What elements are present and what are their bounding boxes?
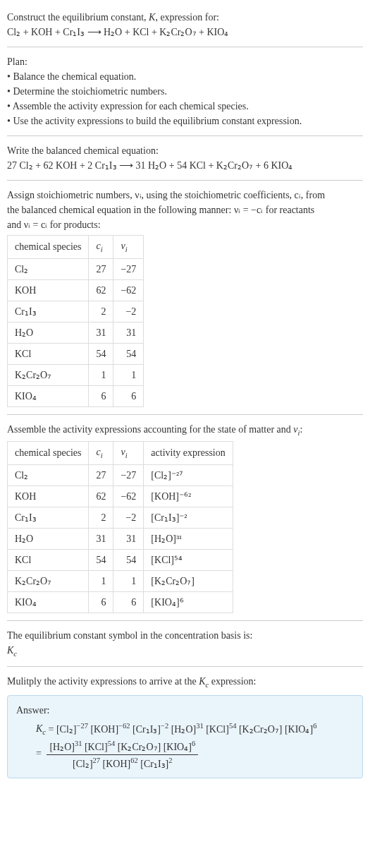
table-row: H₂O3131[H₂O]³¹ <box>8 528 233 549</box>
stoich-table: chemical species ci νi Cl₂27−27 KOH62−62… <box>7 235 144 407</box>
divider <box>7 180 363 181</box>
table-row: Cr₁I₃2−2[Cr₁I₃]⁻² <box>8 507 233 528</box>
activity: Assemble the activity expressions accoun… <box>7 418 363 617</box>
fraction-numerator: [H₂O]31 [KCl]54 [K₂Cr₂O₇] [KIO₄]6 <box>47 738 198 755</box>
symbol-value: Kc <box>7 643 363 660</box>
answer-line1: Kc = [Cl₂]−27 [KOH]−62 [Cr₁I₃]−2 [H₂O]31… <box>16 721 354 738</box>
multiply: Mulitply the activity expressions to arr… <box>7 670 363 783</box>
plan-heading: Plan: <box>7 54 363 69</box>
plan-item: • Determine the stoichiometric numbers. <box>7 84 363 99</box>
balanced-equation: 27 Cl₂ + 62 KOH + 2 Cr₁I₃ ⟶ 31 H₂O + 54 … <box>7 158 363 173</box>
table-header-row: chemical species ci νi activity expressi… <box>8 442 233 465</box>
fraction: [H₂O]31 [KCl]54 [K₂Cr₂O₇] [KIO₄]6 [Cl₂]2… <box>47 738 198 771</box>
assign-text: the balanced chemical equation in the fo… <box>7 203 363 217</box>
plan-item: • Assemble the activity expression for e… <box>7 99 363 114</box>
symbol: The equilibrium constant symbol in the c… <box>7 624 363 664</box>
table-row: K₂Cr₂O₇11[K₂Cr₂O₇] <box>8 570 233 591</box>
col-ci: ci <box>89 236 113 259</box>
intro-line1: Construct the equilibrium constant, K, e… <box>7 10 363 25</box>
col-vi: νi <box>113 236 144 259</box>
assign: Assign stoichiometric numbers, νᵢ, using… <box>7 183 363 411</box>
divider <box>7 47 363 47</box>
assign-text: Assign stoichiometric numbers, νᵢ, using… <box>7 188 363 203</box>
answer-label: Answer: <box>16 703 354 718</box>
col-activity: activity expression <box>144 442 233 465</box>
table-row: KIO₄66 <box>8 385 144 406</box>
activity-table: chemical species ci νi activity expressi… <box>7 441 233 613</box>
plan-item: • Balance the chemical equation. <box>7 69 363 84</box>
table-row: KOH62−62[KOH]⁻⁶² <box>8 486 233 507</box>
answer-line2: = [H₂O]31 [KCl]54 [K₂Cr₂O₇] [KIO₄]6 [Cl₂… <box>16 738 354 771</box>
fraction-denominator: [Cl₂]27 [KOH]62 [Cr₁I₃]2 <box>47 755 198 771</box>
table-row: Cr₁I₃2−2 <box>8 301 144 322</box>
multiply-heading: Mulitply the activity expressions to arr… <box>7 674 363 691</box>
intro-equation: Cl₂ + KOH + Cr₁I₃ ⟶ H₂O + KCl + K₂Cr₂O₇ … <box>7 25 363 40</box>
col-ci: ci <box>89 442 113 465</box>
divider <box>7 414 363 415</box>
col-species: chemical species <box>8 442 89 465</box>
answer-box: Answer: Kc = [Cl₂]−27 [KOH]−62 [Cr₁I₃]−2… <box>7 695 363 779</box>
col-species: chemical species <box>8 236 89 259</box>
activity-heading: Assemble the activity expressions accoun… <box>7 422 363 439</box>
plan-item: • Use the activity expressions to build … <box>7 114 363 128</box>
table-row: K₂Cr₂O₇11 <box>8 364 144 385</box>
intro: Construct the equilibrium constant, K, e… <box>7 6 363 44</box>
col-vi: νi <box>113 442 144 465</box>
divider <box>7 620 363 621</box>
balanced-heading: Write the balanced chemical equation: <box>7 143 363 158</box>
table-header-row: chemical species ci νi <box>8 236 144 259</box>
table-row: Cl₂27−27[Cl₂]⁻²⁷ <box>8 464 233 486</box>
symbol-heading: The equilibrium constant symbol in the c… <box>7 628 363 643</box>
table-row: H₂O3131 <box>8 322 144 343</box>
divider <box>7 666 363 667</box>
divider <box>7 135 363 136</box>
plan: Plan: • Balance the chemical equation. •… <box>7 50 363 133</box>
table-row: KOH62−62 <box>8 279 144 301</box>
table-row: KCl5454[KCl]⁵⁴ <box>8 549 233 570</box>
table-row: KCl5454 <box>8 343 144 364</box>
table-row: Cl₂27−27 <box>8 258 144 279</box>
balanced: Write the balanced chemical equation: 27… <box>7 139 363 177</box>
assign-text: and νᵢ = cᵢ for products: <box>7 217 363 232</box>
table-row: KIO₄66[KIO₄]⁶ <box>8 591 233 613</box>
